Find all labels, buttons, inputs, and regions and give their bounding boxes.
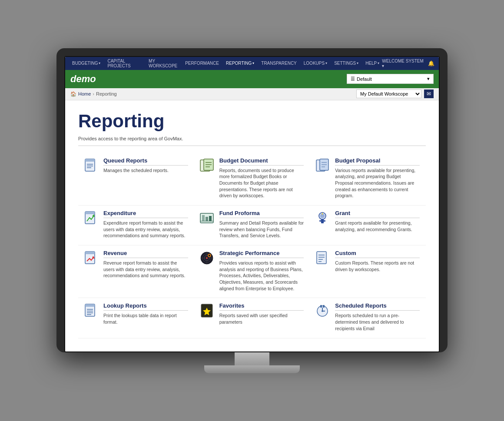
revenue-icon <box>83 250 99 266</box>
fund-proforma-icon <box>199 210 215 226</box>
nav-workscope-label: MY WORKSCOPE <box>149 59 178 68</box>
my-default-workscope-select[interactable]: My Default Workscope <box>356 90 421 98</box>
custom-icon <box>314 250 331 266</box>
report-item-strategic-performance[interactable]: Strategic PerformanceProvides various re… <box>194 245 310 298</box>
favorites-icon <box>199 302 215 319</box>
budget-proposal-title: Budget Proposal <box>335 157 420 166</box>
nav-transparency[interactable]: TRANSPARENCY <box>259 57 299 70</box>
budget-document-desc: Reports, documents used to produce more … <box>219 167 304 199</box>
nav-settings[interactable]: SETTINGS ▾ <box>332 57 361 70</box>
report-item-budget-proposal[interactable]: Budget ProposalVarious reports available… <box>310 153 426 206</box>
nav-help-label: HELP <box>365 61 377 66</box>
page-title: Reporting <box>78 111 426 132</box>
expenditure-desc: Expenditure report formats to assist the… <box>103 220 188 239</box>
favorites-desc: Reports saved with user specified parame… <box>219 312 304 325</box>
app-logo[interactable]: demo <box>70 73 96 85</box>
monitor-stand <box>204 352 300 373</box>
queued-reports-text: Queued ReportsManages the scheduled repo… <box>103 157 188 174</box>
report-item-fund-proforma[interactable]: Fund ProformaSummary and Detail Reports … <box>194 206 310 245</box>
page-subtitle: Provides access to the reporting area of… <box>78 136 426 146</box>
nav-reporting[interactable]: REPORTING ▾ <box>223 57 257 70</box>
nav-reporting-arrow: ▾ <box>252 61 254 65</box>
queued-reports-title: Queued Reports <box>103 157 188 166</box>
nav-my-workscope[interactable]: MY WORKSCOPE <box>146 57 181 70</box>
lookup-reports-desc: Print the lookups table data in report f… <box>103 312 188 325</box>
breadcrumb-home[interactable]: Home <box>78 91 91 96</box>
breadcrumb-bar: 🏠 Home › Reporting My Default Workscope … <box>65 88 439 100</box>
svg-rect-39 <box>317 252 326 264</box>
breadcrumb: 🏠 Home › Reporting <box>70 91 117 97</box>
report-item-favorites[interactable]: FavoritesReports saved with user specifi… <box>194 298 310 338</box>
svg-rect-20 <box>206 217 208 221</box>
queued-reports-icon <box>83 157 99 174</box>
expenditure-text: ExpenditureExpenditure report formats to… <box>103 210 188 239</box>
strategic-performance-text: Strategic PerformanceProvides various re… <box>219 250 304 292</box>
lookup-reports-text: Lookup ReportsPrint the lookups table da… <box>103 302 188 325</box>
main-content: Reporting Provides access to the reporti… <box>65 100 439 351</box>
nav-lookups-label: LOOKUPS <box>304 61 325 66</box>
nav-budgeting[interactable]: BUDGETING ▾ <box>70 57 103 70</box>
budget-proposal-icon <box>314 157 331 174</box>
strategic-performance-icon <box>199 250 215 266</box>
nav-lookups-arrow: ▾ <box>325 61 327 65</box>
nav-settings-label: SETTINGS <box>334 61 356 66</box>
nav-performance[interactable]: PERFORMANCE <box>182 57 222 70</box>
expenditure-icon <box>83 210 99 226</box>
revenue-text: RevenueRevenue report formats to assist … <box>103 250 188 279</box>
nav-budgeting-arrow: ▾ <box>99 61 100 65</box>
svg-rect-45 <box>85 304 95 307</box>
nav-reporting-label: REPORTING <box>226 61 252 66</box>
svg-rect-1 <box>85 159 95 162</box>
nav-help-arrow: ▾ <box>378 61 379 65</box>
budget-proposal-text: Budget ProposalVarious reports available… <box>335 157 420 199</box>
custom-desc: Custom Reports. These reports are not dr… <box>335 260 420 272</box>
grant-text: GrantGrant reports available for present… <box>335 210 420 232</box>
budget-document-icon <box>199 157 215 174</box>
workscope-arrow-icon: ▾ <box>427 76 430 82</box>
top-navigation: BUDGETING ▾ CAPITAL PROJECTS MY WORKSCOP… <box>65 57 439 70</box>
svg-rect-21 <box>209 216 212 221</box>
stand-base <box>204 365 300 373</box>
queued-reports-desc: Manages the scheduled reports. <box>103 167 188 174</box>
report-item-custom[interactable]: CustomCustom Reports. These reports are … <box>310 245 426 298</box>
report-item-scheduled-reports[interactable]: Scheduled ReportsReports scheduled to ru… <box>310 298 426 338</box>
report-item-lookup-reports[interactable]: Lookup ReportsPrint the lookups table da… <box>78 298 194 338</box>
nav-lookups[interactable]: LOOKUPS ▾ <box>301 57 330 70</box>
stand-neck <box>235 352 269 365</box>
nav-right: WELCOME SYSTEM ▾ 🔔 <box>382 59 434 68</box>
svg-point-55 <box>322 310 323 312</box>
breadcrumb-right: My Default Workscope ✉ <box>356 90 434 98</box>
fund-proforma-title: Fund Proforma <box>219 210 304 218</box>
budget-document-title: Budget Document <box>219 157 304 166</box>
favorites-title: Favorites <box>219 302 304 311</box>
nav-help[interactable]: HELP ▾ <box>363 57 382 70</box>
expenditure-title: Expenditure <box>103 210 188 218</box>
scheduled-reports-text: Scheduled ReportsReports scheduled to ru… <box>335 302 420 331</box>
nav-transparency-label: TRANSPARENCY <box>261 61 297 66</box>
svg-rect-57 <box>323 305 325 308</box>
mail-button[interactable]: ✉ <box>424 90 434 98</box>
report-item-queued-reports[interactable]: Queued ReportsManages the scheduled repo… <box>78 153 194 206</box>
nav-capital-projects[interactable]: CAPITAL PROJECTS <box>105 57 144 70</box>
lookup-reports-icon <box>83 302 99 319</box>
welcome-text[interactable]: WELCOME SYSTEM ▾ <box>382 59 424 68</box>
workscope-dropdown[interactable]: ☰ Default ▾ <box>347 74 434 84</box>
grant-title: Grant <box>335 210 420 218</box>
workscope-dropdown-content: ☰ Default <box>351 76 372 82</box>
nav-settings-arrow: ▾ <box>357 61 358 65</box>
favorites-text: FavoritesReports saved with user specifi… <box>219 302 304 325</box>
svg-rect-27 <box>319 220 325 222</box>
bell-icon[interactable]: 🔔 <box>428 60 434 66</box>
report-item-budget-document[interactable]: Budget DocumentReports, documents used t… <box>194 153 310 206</box>
svg-rect-56 <box>320 305 322 308</box>
svg-point-24 <box>320 214 325 218</box>
report-item-revenue[interactable]: RevenueRevenue report formats to assist … <box>78 245 194 298</box>
workscope-label: Default <box>357 76 372 82</box>
report-item-expenditure[interactable]: ExpenditureExpenditure report formats to… <box>78 206 194 245</box>
nav-budgeting-label: BUDGETING <box>72 61 98 66</box>
report-item-grant[interactable]: GrantGrant reports available for present… <box>310 206 426 245</box>
revenue-title: Revenue <box>103 250 188 258</box>
custom-text: CustomCustom Reports. These reports are … <box>335 250 420 272</box>
scheduled-reports-icon <box>314 302 331 319</box>
svg-rect-16 <box>85 212 95 214</box>
